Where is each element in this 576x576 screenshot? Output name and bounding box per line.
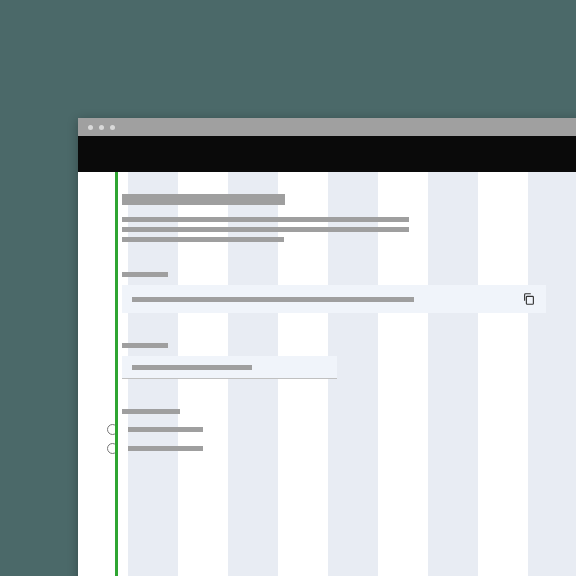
- radio-label: [128, 427, 203, 432]
- copy-icon[interactable]: [522, 292, 536, 306]
- accent-bar: [115, 172, 118, 576]
- window-maximize-light[interactable]: [110, 125, 115, 130]
- svg-rect-0: [526, 296, 533, 304]
- code-text: [132, 365, 252, 370]
- page-content: [78, 172, 576, 576]
- radio-group: [122, 409, 576, 454]
- section-label: [122, 409, 180, 414]
- content-area: [78, 172, 576, 576]
- radio-option[interactable]: [107, 443, 576, 454]
- description-line: [122, 217, 409, 222]
- description-line: [122, 237, 284, 242]
- radio-label: [128, 446, 203, 451]
- code-block: [122, 285, 546, 313]
- app-header: [78, 136, 576, 172]
- section-label: [122, 272, 168, 277]
- code-block-small: [122, 356, 337, 378]
- radio-option[interactable]: [107, 424, 576, 435]
- divider: [122, 378, 337, 379]
- page-title: [122, 194, 285, 205]
- section-label: [122, 343, 168, 348]
- window-close-light[interactable]: [88, 125, 93, 130]
- app-window: [78, 118, 576, 576]
- description-line: [122, 227, 409, 232]
- code-text: [132, 297, 414, 302]
- window-minimize-light[interactable]: [99, 125, 104, 130]
- window-titlebar: [78, 118, 576, 136]
